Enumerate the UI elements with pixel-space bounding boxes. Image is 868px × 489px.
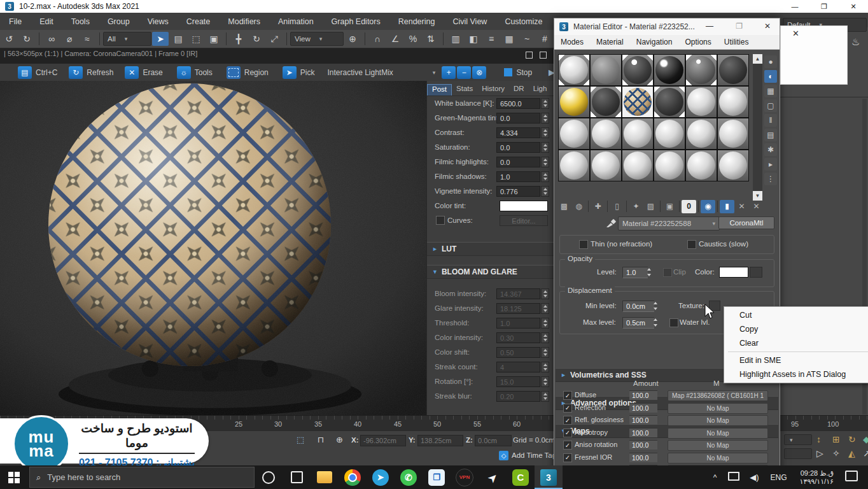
white-balance-input[interactable]: 6500.0 (496, 98, 540, 109)
material-slot[interactable] (591, 150, 621, 181)
material-slot[interactable] (622, 55, 653, 85)
3dsmax-taskbar-icon[interactable]: 3 (535, 465, 563, 489)
mirror-icon[interactable]: ◧ (465, 32, 482, 46)
cortana-button[interactable] (255, 465, 283, 489)
chevron-down-icon[interactable]: ▾ (433, 69, 436, 76)
telegram-icon[interactable]: ➤ (367, 465, 395, 489)
make-unique-icon[interactable]: ✦ (629, 200, 643, 213)
animation-key-filters-dropdown[interactable]: ▾ (784, 434, 812, 445)
menu-material[interactable]: Material (590, 38, 630, 46)
put-to-scene-icon[interactable]: ◍ (571, 200, 586, 213)
vfb-dock-icon[interactable] (526, 52, 533, 59)
select-rotate-icon[interactable]: ↻ (248, 32, 265, 46)
video-color-check-icon[interactable]: ‖ (764, 114, 777, 127)
make-preview-icon[interactable]: ▤ (764, 129, 777, 141)
tab-stats[interactable]: Stats (452, 84, 477, 96)
spinner[interactable] (541, 142, 549, 153)
reflection-map-button[interactable]: No Map (668, 403, 768, 414)
named-selection-icon[interactable]: ▥ (447, 32, 464, 46)
region-label[interactable]: Region (244, 68, 269, 77)
select-object-icon[interactable]: ➤ (152, 32, 169, 46)
maximize-button[interactable]: ❐ (736, 22, 743, 31)
material-slot[interactable] (654, 150, 685, 181)
spinner[interactable] (541, 171, 549, 182)
menu-modes[interactable]: Modes (554, 38, 590, 46)
reflection-checkbox[interactable]: ✓ (563, 404, 572, 413)
put-to-library-icon[interactable]: ▨ (643, 200, 658, 213)
erase-icon[interactable]: ✕ (125, 66, 139, 79)
color-tint-swatch[interactable] (500, 201, 548, 211)
vfb-float-icon[interactable] (540, 52, 547, 59)
scroll-up-icon[interactable]: ▲ (753, 54, 762, 64)
menu-create[interactable]: Create (178, 17, 220, 26)
pick-label[interactable]: Pick (300, 68, 315, 77)
x-coordinate-field[interactable]: -96.302cm (360, 435, 406, 446)
opacity-map-button[interactable] (750, 267, 762, 278)
displacement-max-input[interactable]: 0.5cm (622, 317, 654, 329)
fresnel-ior-checkbox[interactable]: ✓ (563, 453, 572, 462)
refresh-icon[interactable]: ↻ (69, 66, 83, 79)
fresnel-ior-amount-input[interactable]: 100.0 (629, 453, 657, 462)
rocket-app-icon[interactable]: ➤ (479, 465, 507, 489)
background-icon[interactable]: ▦ (764, 85, 777, 97)
selection-lock-icon[interactable]: ⊓ (318, 435, 324, 444)
material-slot[interactable] (559, 150, 589, 181)
time-tag-cube-icon[interactable]: ◇ (499, 451, 508, 460)
saturation-input[interactable]: 0.0 (496, 142, 540, 153)
close-button[interactable]: ✕ (764, 22, 771, 31)
aniso-rotation-amount-input[interactable]: 100.0 (629, 440, 657, 450)
show-end-result-icon[interactable]: ▮ (720, 200, 734, 213)
select-link-icon[interactable]: ∞ (43, 32, 60, 46)
menu-modifiers[interactable]: Modifiers (219, 17, 269, 26)
zoom-in-icon[interactable]: + (442, 66, 456, 79)
network-icon[interactable] (728, 472, 739, 483)
select-move-icon[interactable]: ╋ (230, 32, 247, 46)
stop-label[interactable]: Stop (516, 68, 532, 77)
menu-edit[interactable]: Edit (31, 17, 62, 26)
tab-dr[interactable]: DR (509, 84, 529, 96)
chrome-icon[interactable] (339, 465, 367, 489)
menu-graph-editors[interactable]: Graph Editors (323, 17, 389, 26)
material-slot[interactable] (686, 55, 717, 85)
context-highlight-ats[interactable]: Highlight Assets in ATS Dialog (724, 367, 868, 381)
select-by-name-icon[interactable]: ▤ (170, 32, 186, 46)
volume-icon[interactable]: ◀) (750, 472, 759, 482)
pick-icon[interactable]: ➤ (283, 66, 297, 79)
slot-scrollbar[interactable]: ▲ ▼ (753, 54, 762, 201)
spinner[interactable] (541, 186, 549, 197)
fresnel-ior-map-button[interactable]: No Map (668, 453, 768, 464)
clock[interactable]: 09:28 ق.ظ ۱۳۹۹/۱۱/۱۶ (800, 469, 834, 486)
material-slot[interactable] (686, 87, 717, 117)
erase-label[interactable]: Erase (143, 68, 162, 77)
water-level-checkbox[interactable] (669, 318, 678, 327)
material-slot[interactable] (686, 118, 717, 149)
spinner-snap-icon[interactable]: ⇅ (423, 32, 439, 46)
tools-gear-icon[interactable]: ☼ (177, 66, 191, 79)
rectangular-region-icon[interactable]: ⬚ (188, 32, 204, 46)
walk-through-icon[interactable]: ✧ (832, 448, 840, 458)
menu-file[interactable]: File (0, 17, 31, 26)
zoom-icon[interactable]: ↕ (816, 434, 821, 444)
unlink-icon[interactable]: ⌀ (61, 32, 78, 46)
orbit-icon[interactable]: ◭ (848, 448, 855, 458)
crossing-region-icon[interactable]: ▣ (206, 32, 222, 46)
z-coordinate-field[interactable]: 0.0cm (475, 435, 512, 446)
material-slot[interactable] (718, 150, 748, 181)
material-editor-titlebar[interactable]: 3 Material Editor - Material #223252... … (554, 18, 780, 35)
spinner[interactable] (645, 267, 652, 278)
material-slot[interactable] (654, 87, 685, 117)
sample-tiling-icon[interactable]: ▢ (764, 99, 777, 112)
aniso-rotation-checkbox[interactable]: ✓ (563, 441, 572, 450)
opacity-color-swatch[interactable] (719, 267, 748, 278)
stop-icon[interactable] (504, 68, 512, 76)
spinner[interactable] (652, 317, 659, 328)
material-slot[interactable] (686, 150, 717, 181)
caustics-checkbox[interactable] (687, 240, 696, 249)
diffuse-checkbox[interactable]: ✓ (563, 391, 572, 400)
isolate-selection-icon[interactable]: ⬚ (297, 435, 304, 444)
anisotropy-checkbox[interactable]: ✓ (563, 429, 572, 437)
align-icon[interactable]: ≡ (483, 32, 500, 46)
layer-manager-icon[interactable]: ▦ (501, 32, 517, 46)
use-center-icon[interactable]: ⊕ (344, 32, 361, 46)
menu-navigation[interactable]: Navigation (630, 38, 679, 46)
